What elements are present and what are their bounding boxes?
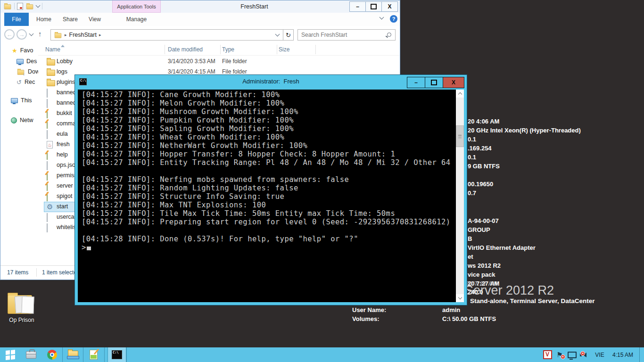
console-cursor (87, 247, 91, 250)
taskbar-chrome[interactable] (41, 347, 62, 362)
column-header-size[interactable]: Size (279, 44, 289, 55)
file-name: help (57, 151, 68, 158)
tray-action-center[interactable]: ⚑ (553, 347, 566, 362)
bginfo-system-type: Stand-alone, Terminal Server, DataCenter (470, 297, 595, 304)
file-row-Lobby[interactable]: Lobby3/14/2020 3:53 AMFile folder (0, 57, 399, 67)
breadcrumb[interactable]: FreshStart (69, 32, 97, 38)
console-log-line: [04:15:27 INFO]: Hopper Transfer: 8 Hopp… (82, 150, 456, 158)
tab-file[interactable]: File (4, 13, 29, 26)
column-header-name[interactable]: Name (45, 44, 60, 55)
console-log-line: [04:15:27 INFO]: Nerfing mobs spawned fr… (82, 175, 456, 184)
bginfo-fragment: et (468, 253, 473, 260)
explorer-titlebar[interactable]: Application Tools FreshStart – X (0, 0, 400, 13)
tray-clock[interactable]: 4:15 AM (608, 347, 637, 362)
scroll-up-icon[interactable] (456, 90, 464, 98)
console-output[interactable]: [04:15:27 INFO]: Cane Growth Modifier: 1… (78, 90, 456, 302)
bginfo-fragment: 0.7 (468, 189, 476, 197)
taskbar-server-manager[interactable] (21, 347, 41, 362)
console-scrollbar[interactable] (456, 90, 464, 302)
search-box[interactable] (297, 29, 396, 41)
up-button[interactable]: ↑ (38, 30, 42, 38)
file-name: banned (57, 89, 76, 96)
taskbar-file-explorer[interactable] (62, 347, 83, 362)
back-button[interactable]: ← (4, 29, 15, 40)
console-log-line: [04:15:27 INFO]: Pumpkin Growth Modifier… (82, 116, 456, 124)
yaml-icon (47, 109, 48, 118)
folder-icon (4, 4, 11, 9)
bginfo-fragment: 0.1 (468, 154, 476, 161)
file-date: 3/14/2020 4:15 AM (168, 68, 215, 75)
tab-home[interactable]: Home (32, 13, 56, 26)
file-name: plugins (57, 79, 75, 85)
window-title: FreshStart (161, 0, 348, 13)
text-icon (47, 130, 48, 139)
taskbar-command-prompt[interactable] (107, 347, 126, 362)
minimize-ribbon-icon[interactable] (380, 15, 384, 20)
mute-badge (580, 351, 585, 356)
console-prompt[interactable]: > (82, 243, 456, 252)
scroll-down-icon[interactable] (456, 294, 464, 302)
minimize-button[interactable]: – (349, 1, 366, 12)
tab-manage[interactable]: Manage (112, 13, 161, 26)
search-input[interactable] (298, 30, 382, 40)
qat-dropdown-icon[interactable] (36, 3, 41, 8)
scrollbar-thumb[interactable] (456, 125, 464, 147)
cmd-icon (112, 350, 122, 359)
file-type: File folder (222, 68, 247, 75)
file-icon (47, 223, 48, 232)
star-icon: ★ (12, 48, 17, 54)
console-titlebar[interactable]: Administrator: Fresh – X (75, 75, 467, 89)
refresh-button[interactable]: ↻ (283, 29, 294, 41)
file-icon (47, 213, 48, 222)
console-log-line: [04:15:27 INFO]: NetherWart Growth Modif… (82, 141, 456, 150)
windows-watermark: Server 2012 R2 (465, 283, 554, 298)
column-header-date[interactable]: Date modified (168, 44, 203, 55)
console-maximize-button[interactable] (425, 77, 443, 88)
address-bar-row: ← → ↑ ▸ FreshStart ▸ ↻ (0, 26, 400, 44)
file-icon (47, 161, 48, 170)
folder-icon (47, 59, 55, 66)
tab-share[interactable]: Share (58, 13, 83, 26)
forward-button[interactable]: → (17, 29, 27, 40)
sort-ascending-icon[interactable] (61, 45, 65, 47)
column-header-type[interactable]: Type (222, 44, 234, 55)
file-explorer-icon (67, 351, 78, 359)
sidebar-item-favorites[interactable]: ★ Favo (12, 46, 33, 55)
console-log-line: [04:15:27 INFO]: Sapling Growth Modifier… (82, 124, 456, 133)
folder-icon (47, 80, 55, 86)
tray-language[interactable]: VIE (591, 347, 608, 362)
properties-icon[interactable] (17, 3, 23, 10)
console-log-line: [04:15:27 INFO]: Entity Tracking Range: … (82, 158, 456, 167)
tab-view[interactable]: View (83, 13, 106, 26)
help-icon[interactable]: ? (390, 15, 397, 23)
console-close-button[interactable]: X (443, 77, 464, 88)
address-dropdown-icon[interactable] (275, 32, 280, 37)
start-button[interactable] (0, 347, 21, 362)
console-log-line: [04:15:27 INFO]: Preparing start region … (82, 218, 456, 226)
history-dropdown-icon[interactable] (29, 32, 34, 36)
vnc-icon (543, 350, 552, 359)
desktop-icon-label: Op Prison (4, 317, 40, 323)
bginfo-fragment: 0.1 (468, 136, 476, 143)
volumes-label: Volumes: (352, 315, 380, 322)
console-minimize-button[interactable]: – (407, 77, 425, 88)
close-button[interactable]: X (381, 1, 398, 12)
flag-icon: ⚑ (556, 351, 562, 358)
contextual-tab-application-tools[interactable]: Application Tools (112, 0, 161, 13)
bginfo-fragment: 20 4:06 AM (468, 118, 499, 125)
taskbar-notepad[interactable] (83, 347, 104, 362)
maximize-button[interactable] (365, 1, 382, 12)
bginfo-fragment: GROUP (468, 226, 490, 233)
bginfo-fragment: .169.254 (468, 145, 492, 152)
bginfo-fragment: ws 2012 R2 (468, 262, 501, 269)
tray-volume[interactable] (578, 347, 591, 362)
tray-vnc[interactable] (541, 347, 553, 362)
show-desktop-button[interactable] (639, 347, 644, 362)
bginfo-fragment: 20 GHz Intel Xeon(R) (Hyper-Threaded) (468, 127, 581, 134)
tray-network[interactable] (566, 347, 578, 362)
new-folder-icon[interactable] (26, 4, 33, 9)
console-log-line: [04:15:27 INFO]: Wheat Growth Modifier: … (82, 133, 456, 141)
address-bar[interactable]: ▸ FreshStart ▸ (50, 29, 283, 41)
quick-access-toolbar[interactable] (3, 2, 42, 10)
desktop-icon-op-prison[interactable]: Op Prison (4, 292, 41, 323)
